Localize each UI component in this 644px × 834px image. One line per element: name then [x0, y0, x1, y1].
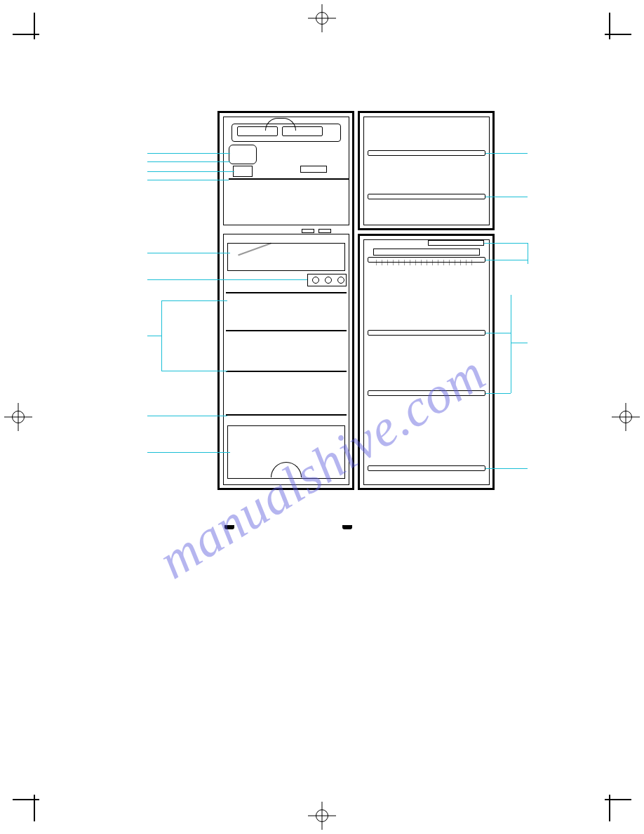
callout-label: Defrost water outlet — [86, 412, 140, 419]
small-door-shelf — [373, 249, 480, 256]
crop-mark — [609, 13, 610, 39]
callout-label: Small door shelf — [530, 291, 576, 298]
callout-line — [161, 300, 227, 301]
callout-line — [485, 197, 528, 197]
shelf-line — [226, 292, 347, 293]
callout-label: Temperature control — [84, 276, 140, 283]
appliance-diagram: Ice cube tray Ice cube storage box Freez… — [147, 111, 519, 525]
callout-line — [161, 300, 162, 371]
hinge — [318, 229, 331, 233]
callout-label: Shelves — [118, 332, 140, 339]
callout-label: Door shelves — [530, 339, 568, 346]
registration-mark-icon — [308, 4, 336, 32]
callout-line — [485, 153, 528, 154]
shelf-line — [226, 371, 347, 372]
callout-line — [147, 452, 230, 453]
shelf-line — [226, 414, 347, 416]
page-title: DESCRIPTION OF THE APPLIANCE — [84, 76, 273, 88]
callout-label: Ice cube tray — [104, 150, 140, 157]
callout-label: Bottle shelf — [530, 465, 562, 472]
callout-label: Freezer shelf — [103, 168, 140, 175]
door-shelf — [368, 390, 485, 396]
foot — [224, 525, 234, 529]
callout-line — [147, 416, 227, 416]
shelf-line — [226, 330, 347, 331]
callout-line — [528, 243, 528, 264]
callout-label: Freezer door shelf — [530, 193, 582, 200]
callout-label: Ice cube storage box — [81, 158, 140, 165]
freezer-shelf-line — [229, 178, 349, 180]
callout-line — [147, 153, 230, 154]
callout-line — [485, 393, 511, 394]
door-shelf — [368, 330, 485, 336]
page-number: 3 — [320, 762, 324, 771]
freezer-rating-plate — [300, 166, 327, 173]
callout-line — [147, 253, 230, 253]
ice-cube-tray-icon — [229, 145, 257, 164]
callout-label: Fresh compartment — [86, 249, 140, 256]
crop-mark — [605, 799, 631, 800]
callout-line — [147, 161, 230, 162]
temperature-control — [307, 274, 347, 286]
callout-label: Crisper — [120, 449, 140, 456]
bottle-shelf — [368, 465, 485, 471]
callout-label: Freezer door shelf — [530, 150, 582, 157]
hinge — [302, 229, 314, 233]
callout-line — [147, 279, 307, 280]
freezer-door-shelf — [368, 194, 485, 199]
crop-mark — [34, 13, 35, 39]
callout-label: Can rack — [530, 239, 556, 246]
registration-mark-icon — [612, 403, 640, 431]
crop-mark — [605, 34, 631, 35]
callout-line — [511, 343, 528, 343]
callout-line — [485, 468, 528, 469]
fridge-door-interior — [363, 239, 490, 485]
freezer-door-interior — [363, 117, 490, 225]
callout-line — [511, 295, 511, 393]
callout-line — [485, 333, 511, 333]
freezer-door-shelf — [368, 150, 485, 156]
registration-mark-icon — [4, 403, 32, 431]
registration-mark-icon — [308, 802, 336, 830]
crop-mark — [13, 34, 39, 35]
callout-label: Egg tray — [530, 256, 554, 263]
ice-storage-box-icon — [233, 166, 253, 177]
callout-line — [147, 171, 234, 172]
manual-page: DESCRIPTION OF THE APPLIANCE — [42, 42, 602, 792]
callout-line — [484, 243, 528, 244]
door-shelf — [368, 257, 485, 263]
callout-line — [147, 336, 161, 336]
can-rack — [428, 240, 484, 246]
fresh-compartment — [227, 243, 345, 271]
callout-line — [485, 260, 528, 260]
crop-mark — [13, 799, 39, 800]
foot — [342, 525, 352, 529]
callout-line — [161, 371, 227, 371]
callout-line — [147, 180, 229, 180]
